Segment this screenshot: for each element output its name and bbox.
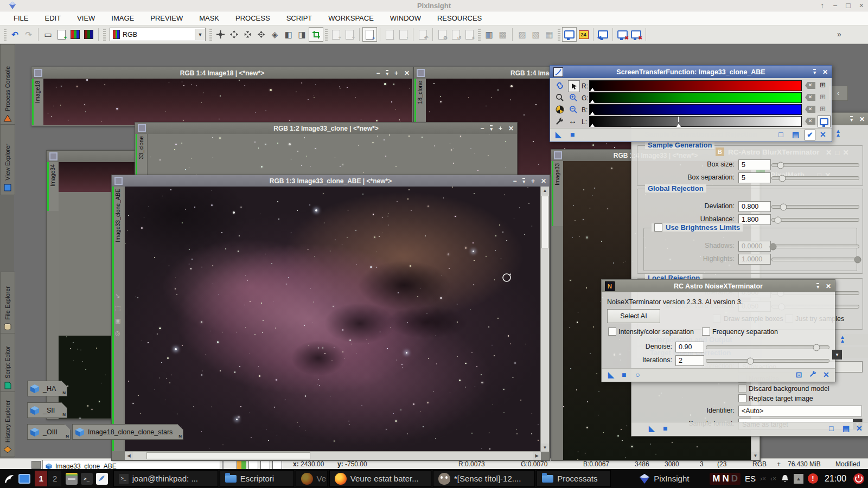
current-view-selector[interactable]: Image33_clone_ABE	[42, 460, 220, 470]
remove-mask-icon[interactable]: ▩	[496, 28, 509, 41]
maximize-icon[interactable]: +	[394, 69, 398, 77]
menu-view[interactable]: VIEW	[69, 11, 103, 25]
iconized-window-sii[interactable]: _SII N	[27, 402, 67, 418]
frequency-separation-checkbox[interactable]	[702, 328, 710, 336]
stf-reset-r-icon[interactable]: ⊞	[820, 81, 826, 89]
maximize-icon[interactable]: +	[531, 177, 535, 185]
chevron-down-icon[interactable]: ▼	[195, 29, 205, 40]
realtime-circle-icon[interactable]: ○	[635, 370, 640, 379]
close-icon[interactable]: ✕	[541, 177, 546, 185]
tray-indicator-d[interactable]: D	[731, 473, 738, 484]
collapse-icon[interactable]: ✕	[820, 130, 826, 139]
discard-background-model-checkbox[interactable]	[738, 384, 746, 393]
view-tab-image33-clone-abe[interactable]: Image33_clone_ABE ↘ ⬚ ▣ ◎	[112, 187, 124, 451]
screen-transfer-icon[interactable]	[562, 27, 577, 42]
abe-image-vscrollbar[interactable]: ▲ ▼	[540, 187, 549, 452]
tray-misc-icon-1[interactable]: ›×	[760, 475, 766, 483]
realtime-preview-icon[interactable]: □	[778, 130, 783, 139]
shadows-input[interactable]: 0.0000	[738, 241, 771, 252]
mask-select-icon[interactable]: ▦	[542, 28, 556, 41]
dock-tab-history-explorer[interactable]: History Explorer	[0, 391, 15, 457]
settings-wrench-icon[interactable]	[556, 117, 564, 127]
shade-icon[interactable]: ▾	[850, 116, 853, 122]
stf-apply-icon[interactable]: ◀	[596, 28, 610, 41]
stf-clear-g-icon[interactable]: ✕	[805, 94, 815, 101]
scroll-right-icon[interactable]: ▶	[533, 452, 541, 460]
redo-icon[interactable]: ↷	[22, 28, 35, 41]
box-separation-input[interactable]: 5	[738, 172, 771, 183]
unbalance-input[interactable]: 1.800	[738, 214, 771, 225]
zoom-out-icon[interactable]	[569, 105, 578, 116]
view-tab-image18[interactable]: Image18	[32, 79, 44, 125]
stf-reset-icon[interactable]: ✖	[629, 28, 643, 41]
menu-file[interactable]: FILE	[5, 11, 36, 25]
menu-process[interactable]: PROCESS	[227, 11, 278, 25]
readout-mode-icon[interactable]: ◨	[295, 28, 309, 41]
window-image33-clone-abe-titlebar[interactable]: RGB 1:3 Image33_clone_ABE | <*new*> − ▾ …	[112, 175, 550, 187]
apply-triangle-icon[interactable]: ◣	[608, 370, 614, 379]
dock-tab-view-explorer[interactable]: View Explorer	[0, 124, 15, 195]
channel-selector[interactable]: RGB ▼	[110, 28, 206, 41]
workspace-2[interactable]: 2	[48, 471, 61, 486]
autostretch-icon[interactable]	[556, 105, 564, 116]
minimize-icon[interactable]: −	[480, 125, 484, 132]
close-icon[interactable]: ✕	[826, 282, 831, 290]
apply-global-icon[interactable]: ■	[663, 424, 667, 433]
menu-mask[interactable]: MASK	[191, 11, 227, 25]
minimize-icon[interactable]: −	[513, 177, 516, 185]
box-separation-slider[interactable]	[771, 176, 859, 180]
shade-icon[interactable]: ▾	[813, 69, 816, 75]
toolbar-overflow-icon[interactable]: »	[837, 30, 841, 38]
selection-mode-icon[interactable]: ↘	[115, 292, 120, 299]
thumbnail-toggle-icon[interactable]	[31, 461, 41, 469]
new-copy-icon[interactable]: +	[343, 28, 356, 41]
color-saturation-icon[interactable]	[82, 28, 95, 41]
iconized-window-oiii[interactable]: _OIII N	[27, 424, 71, 440]
clock[interactable]: 21:00	[825, 474, 846, 484]
apply-global-icon[interactable]: ■	[622, 370, 626, 379]
shade-icon[interactable]: ▾	[522, 178, 525, 184]
menu-image[interactable]: IMAGE	[103, 11, 142, 25]
reset-icon[interactable]: ✕	[856, 424, 863, 433]
window-image18-titlebar[interactable]: RGB 1:4 Image18 | <*new*> − ▾ + ✕	[31, 67, 413, 79]
maximize-icon[interactable]: +	[499, 125, 502, 132]
color-management-icon[interactable]	[68, 28, 82, 41]
alert-icon[interactable]: !	[808, 473, 818, 484]
zoom-out-mode-icon[interactable]	[556, 93, 564, 104]
taskbar-firefox-window[interactable]: Veure estat bater...	[329, 470, 431, 487]
taskbar-terminal-window[interactable]: >_ joan@thinkpad: ...	[113, 470, 218, 487]
new-window-icon[interactable]: +	[55, 28, 68, 41]
preferences-wrench-icon[interactable]	[809, 370, 816, 379]
iterations-slider[interactable]	[706, 359, 829, 363]
denoise-input[interactable]: 0.90	[675, 342, 704, 352]
browse-documentation-icon[interactable]: ⌕	[362, 27, 377, 42]
mask-invert-icon[interactable]: ▨	[515, 28, 529, 41]
tray-misc-icon-2[interactable]: ‹×	[770, 475, 776, 483]
menu-preview[interactable]: PREVIEW	[142, 11, 191, 25]
scroll-down-icon[interactable]: ▼	[541, 444, 549, 452]
stf-dialog[interactable]: ScreenTransferFunction: Image33_clone_AB…	[550, 65, 832, 142]
scroll-left-icon[interactable]: ◀	[125, 452, 133, 460]
close-button[interactable]: ×	[859, 1, 864, 10]
window-image18[interactable]: RGB 1:4 Image18 | <*new*> − ▾ + ✕ Image1…	[31, 67, 413, 126]
stf-clear-l-icon[interactable]: ✕	[805, 118, 815, 125]
stf-titlebar[interactable]: ScreenTransferFunction: Image33_clone_AB…	[550, 66, 832, 78]
box-size-input[interactable]: 5	[738, 159, 771, 170]
unbalance-slider[interactable]	[771, 218, 859, 222]
center-probe-icon[interactable]: ◎	[115, 330, 120, 337]
close-icon[interactable]: ✕	[859, 115, 865, 123]
center-image-icon[interactable]	[214, 28, 227, 41]
taskbar-pixinsight-window[interactable]: PixInsight	[634, 470, 708, 487]
shade-icon[interactable]: ▾	[816, 283, 819, 289]
minimize-button[interactable]: −	[833, 1, 837, 10]
notification-bell-icon[interactable]	[781, 474, 789, 483]
iconized-window-image18-clone-clone-stars[interactable]: Image18_clone_clone_stars N	[72, 424, 183, 440]
process-settings-icon[interactable]: ⚙	[436, 28, 449, 41]
taskbar-files-window[interactable]: Processats	[537, 470, 611, 487]
stf-collapse-chevrons-icon[interactable]: ▲▲	[835, 129, 841, 137]
browse-doc-icon[interactable]: ▤	[843, 424, 850, 433]
deviation-input[interactable]: 0.800	[738, 201, 771, 212]
close-icon[interactable]: ✕	[404, 69, 410, 77]
close-icon[interactable]: ✕	[508, 125, 514, 132]
stf-clear-r-icon[interactable]: ✕	[805, 82, 815, 89]
